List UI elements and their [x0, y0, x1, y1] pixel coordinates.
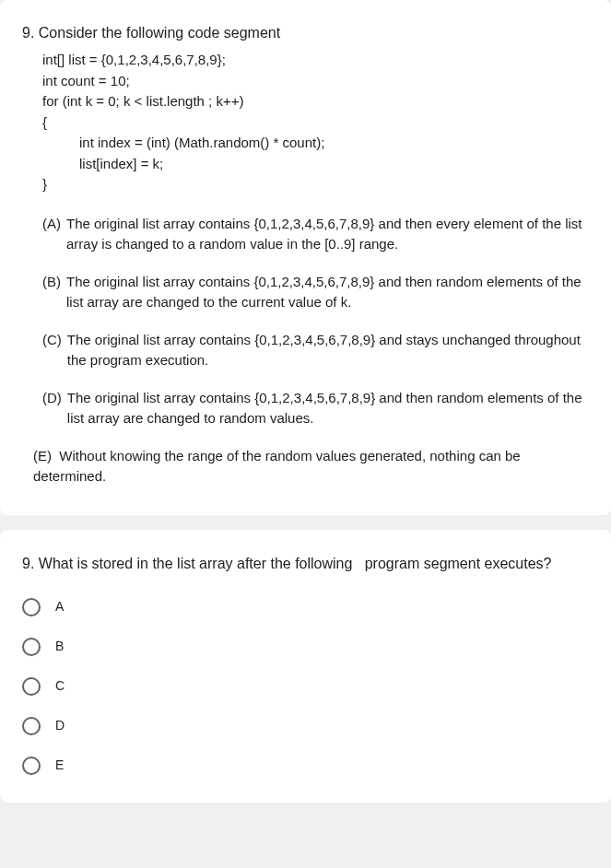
option-text: The original list array contains {0,1,2,… [67, 388, 589, 429]
code-line: int index = (int) (Math.random() * count… [79, 133, 589, 154]
radio-label: C [55, 676, 65, 696]
radio-label: A [55, 597, 64, 616]
question-title: 9. Consider the following code segment [22, 22, 589, 44]
code-line: } [42, 174, 589, 195]
radio-option-a[interactable]: A [22, 597, 589, 616]
radio-label: D [55, 716, 65, 735]
option-c: (C) The original list array contains {0,… [42, 330, 589, 371]
option-e: (E) Without knowing the range of the ran… [33, 446, 589, 487]
question-card-2: 9. What is stored in the list array afte… [0, 530, 611, 803]
option-text: Without knowing the range of the random … [33, 448, 521, 485]
option-label: (A) [42, 214, 61, 255]
answer-options: (A) The original list array contains {0,… [42, 214, 589, 429]
option-a: (A) The original list array contains {0,… [42, 214, 589, 255]
radio-option-d[interactable]: D [22, 716, 589, 735]
option-text: The original list array contains {0,1,2,… [67, 330, 589, 371]
radio-option-c[interactable]: C [22, 676, 589, 696]
option-label: (C) [42, 330, 62, 371]
code-line: { [42, 112, 589, 134]
radio-icon [22, 717, 41, 735]
radio-option-b[interactable]: B [22, 637, 589, 656]
code-line: int count = 10; [42, 71, 589, 92]
code-line: int[] list = {0,1,2,3,4,5,6,7,8,9}; [42, 50, 589, 71]
option-label: (D) [42, 388, 62, 429]
option-b: (B) The original list array contains {0,… [42, 272, 589, 313]
radio-option-e[interactable]: E [22, 756, 589, 775]
option-label: (B) [42, 272, 61, 313]
option-d: (D) The original list array contains {0,… [42, 388, 589, 429]
code-line: for (int k = 0; k < list.length ; k++) [42, 91, 589, 112]
radio-icon [22, 757, 41, 775]
radio-icon [22, 638, 41, 656]
code-segment: int[] list = {0,1,2,3,4,5,6,7,8,9}; int … [42, 50, 589, 195]
radio-icon [22, 598, 41, 616]
option-label: (E) [33, 448, 52, 463]
question-title: 9. What is stored in the list array afte… [22, 552, 589, 576]
option-text: The original list array contains {0,1,2,… [66, 272, 589, 313]
radio-icon [22, 677, 41, 696]
radio-label: B [55, 637, 64, 656]
question-card-1: 9. Consider the following code segment i… [0, 0, 611, 515]
option-text: The original list array contains {0,1,2,… [66, 214, 589, 255]
code-line: list[index] = k; [79, 154, 589, 175]
radio-label: E [55, 756, 64, 775]
